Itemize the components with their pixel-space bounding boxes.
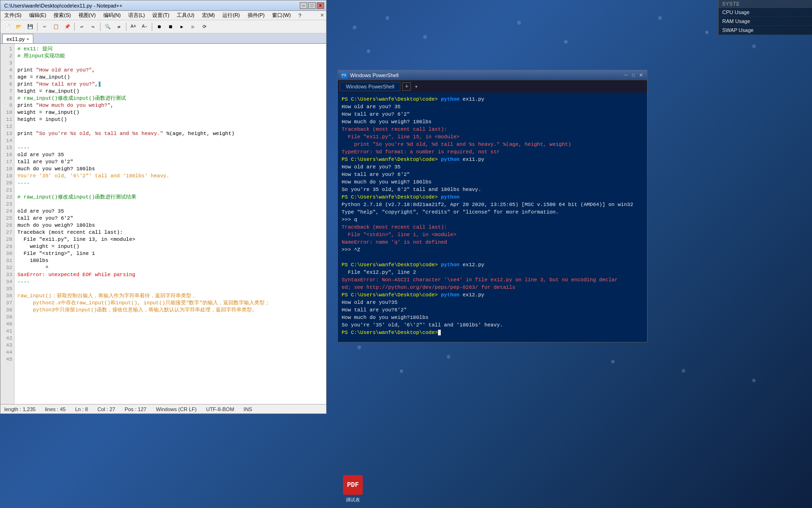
ps-title-left: PS Windows PowerShell bbox=[341, 72, 398, 79]
menu-search[interactable]: 搜索(S) bbox=[52, 11, 73, 19]
tab-ex11-label: ex11.py bbox=[7, 36, 25, 42]
ps-tab-dropdown[interactable]: ▾ bbox=[413, 83, 420, 90]
menu-run[interactable]: 运行(R) bbox=[220, 11, 242, 19]
snow-15: ❅ bbox=[752, 376, 756, 384]
snow-10: ❄ bbox=[357, 343, 361, 351]
snow-6: ❅ bbox=[564, 38, 568, 46]
notepad-titlebar: C:\Users\wanfe\Desktop\code\ex11.py - No… bbox=[0, 0, 326, 11]
toolbar-macro-stop[interactable]: ⏹ bbox=[165, 22, 176, 32]
snow-4: ❅ bbox=[367, 47, 370, 55]
notepad-window: C:\Users\wanfe\Desktop\code\ex11.py - No… bbox=[0, 0, 327, 414]
notepad-title: C:\Users\wanfe\Desktop\code\ex11.py - No… bbox=[2, 3, 122, 8]
notepad-tabbar: ex11.py ● bbox=[0, 33, 326, 44]
toolbar-save[interactable]: 💾 bbox=[25, 22, 35, 32]
menu-plugins[interactable]: 插件(P) bbox=[246, 11, 267, 19]
toolbar-redo[interactable]: ↪ bbox=[88, 22, 98, 32]
toolbar-copy[interactable]: 📋 bbox=[51, 22, 61, 32]
toolbar-find[interactable]: 🔍 bbox=[102, 22, 113, 32]
ps-tab-add-button[interactable]: + bbox=[402, 82, 411, 91]
toolbar-zoom-out[interactable]: A- bbox=[140, 22, 150, 32]
status-ins: INS bbox=[243, 406, 252, 412]
ps-content[interactable]: PS C:\Users\wanfe\Desktop\code> python e… bbox=[338, 93, 647, 342]
ps-minimize-button[interactable]: ─ bbox=[623, 72, 629, 79]
notepad-window-controls: ─ □ ✕ bbox=[300, 2, 324, 9]
menu-view[interactable]: 视图(V) bbox=[77, 11, 98, 19]
toolbar-macro-play[interactable]: ▶ bbox=[177, 22, 187, 32]
system-swap-usage[interactable]: SWAP Usage bbox=[718, 26, 812, 35]
pdf-icon-label: PDF bbox=[347, 481, 359, 489]
taskbar-pdf-icon-area: PDF 调试表 bbox=[343, 475, 363, 503]
ps-titlebar: PS Windows PowerShell ─ □ ✕ bbox=[338, 70, 647, 80]
status-length: length : 1,235 bbox=[4, 406, 36, 412]
toolbar-new[interactable]: 📄 bbox=[2, 22, 13, 32]
tab-ex11-indicator: ● bbox=[27, 37, 29, 41]
notepad-minimize-button[interactable]: ─ bbox=[300, 2, 307, 9]
toolbar-macro-record[interactable]: ⏺ bbox=[154, 22, 164, 32]
snow-7: ❄ bbox=[658, 14, 662, 22]
toolbar-cut[interactable]: ✂ bbox=[39, 22, 50, 32]
code-content[interactable]: # ex11: 提问 # 用input实现功能 print "How old a… bbox=[15, 44, 326, 404]
status-encoding: Windows (CR LF) bbox=[156, 406, 197, 412]
notepad-close-x[interactable]: ✕ bbox=[320, 12, 324, 18]
notepad-close-button[interactable]: ✕ bbox=[317, 2, 324, 9]
status-ln: Ln : 8 bbox=[75, 406, 88, 412]
system-cpu-usage[interactable]: CPU Usage bbox=[718, 8, 812, 17]
menu-help[interactable]: ? bbox=[297, 12, 303, 19]
menu-encoding[interactable]: 编码(N) bbox=[102, 11, 123, 19]
menu-settings[interactable]: 设置(T) bbox=[150, 11, 171, 19]
status-format: UTF-8-BOM bbox=[206, 406, 234, 412]
menu-file[interactable]: 文件(S) bbox=[2, 11, 23, 19]
notepad-statusbar: length : 1,235 lines : 45 Ln : 8 Col : 2… bbox=[0, 404, 326, 413]
snow-14: ❄ bbox=[681, 367, 685, 375]
tab-ex11[interactable]: ex11.py ● bbox=[2, 34, 33, 43]
snow-13: ❅ bbox=[611, 357, 615, 365]
toolbar-paste[interactable]: 📌 bbox=[62, 22, 72, 32]
toolbar-sep-2 bbox=[74, 23, 75, 31]
snow-9: ❄ bbox=[752, 42, 756, 50]
toolbar-run[interactable]: ▷ bbox=[188, 22, 198, 32]
toolbar-replace[interactable]: ⇄ bbox=[114, 22, 124, 32]
notepad-menubar: 文件(S) 编辑(E) 搜索(S) 视图(V) 编码(N) 语言(L) 设置(T… bbox=[0, 11, 326, 20]
toolbar-sync[interactable]: ⟳ bbox=[199, 22, 210, 32]
system-widget: SYSTE CPU Usage RAM Usage SWAP Usage bbox=[718, 0, 812, 35]
snow-8: ❅ bbox=[705, 28, 709, 36]
ps-window-controls: ─ □ ✕ bbox=[623, 72, 644, 79]
menu-window[interactable]: 窗口(W) bbox=[270, 11, 293, 19]
ps-title-text: Windows PowerShell bbox=[350, 72, 398, 78]
menu-edit[interactable]: 编辑(E) bbox=[27, 11, 48, 19]
toolbar-open[interactable]: 📂 bbox=[14, 22, 24, 32]
ps-close-button[interactable]: ✕ bbox=[638, 72, 644, 79]
toolbar-sep-4 bbox=[126, 23, 126, 31]
system-widget-title: SYSTE bbox=[718, 0, 812, 8]
snow-11: ❅ bbox=[399, 367, 403, 375]
toolbar-sep-5 bbox=[152, 23, 152, 31]
notepad-code-area[interactable]: 1 2 3 4 5 6 7 8 9 10 11 12 13 14 15 16 1… bbox=[0, 44, 326, 404]
snow-2: ❄ bbox=[385, 14, 389, 22]
snow-12: ❄ bbox=[446, 353, 450, 361]
taskbar-pdf-icon[interactable]: PDF bbox=[343, 475, 363, 495]
snow-5: ❄ bbox=[517, 19, 521, 27]
ps-tab-1[interactable]: Windows PowerShell bbox=[340, 82, 400, 91]
snow-3: ❄ bbox=[423, 33, 427, 41]
status-lines: lines : 45 bbox=[45, 406, 66, 412]
ps-tabbar: Windows PowerShell + ▾ bbox=[338, 80, 647, 93]
powershell-window: PS Windows PowerShell ─ □ ✕ Windows Powe… bbox=[337, 70, 648, 342]
menu-macro[interactable]: 宏(M) bbox=[200, 11, 217, 19]
system-ram-usage[interactable]: RAM Usage bbox=[718, 17, 812, 26]
toolbar-undo[interactable]: ↩ bbox=[77, 22, 87, 32]
taskbar-app-label: 调试表 bbox=[346, 497, 360, 503]
notepad-maximize-button[interactable]: □ bbox=[308, 2, 316, 9]
status-col: Col : 27 bbox=[97, 406, 115, 412]
notepad-toolbar: 📄 📂 💾 ✂ 📋 📌 ↩ ↪ 🔍 ⇄ A+ A- ⏺ ⏹ ▶ ▷ ⟳ bbox=[0, 20, 326, 33]
ps-icon: PS bbox=[341, 72, 347, 79]
line-numbers: 1 2 3 4 5 6 7 8 9 10 11 12 13 14 15 16 1… bbox=[0, 44, 15, 404]
ps-maximize-button[interactable]: □ bbox=[630, 72, 637, 79]
status-pos: Pos : 127 bbox=[125, 406, 146, 412]
toolbar-zoom-in[interactable]: A+ bbox=[128, 22, 139, 32]
toolbar-sep-3 bbox=[100, 23, 101, 31]
snow-1: ❄ bbox=[352, 24, 356, 32]
menu-tools[interactable]: 工具(U) bbox=[175, 11, 196, 19]
toolbar-sep-1 bbox=[37, 23, 38, 31]
menu-language[interactable]: 语言(L) bbox=[126, 11, 147, 19]
